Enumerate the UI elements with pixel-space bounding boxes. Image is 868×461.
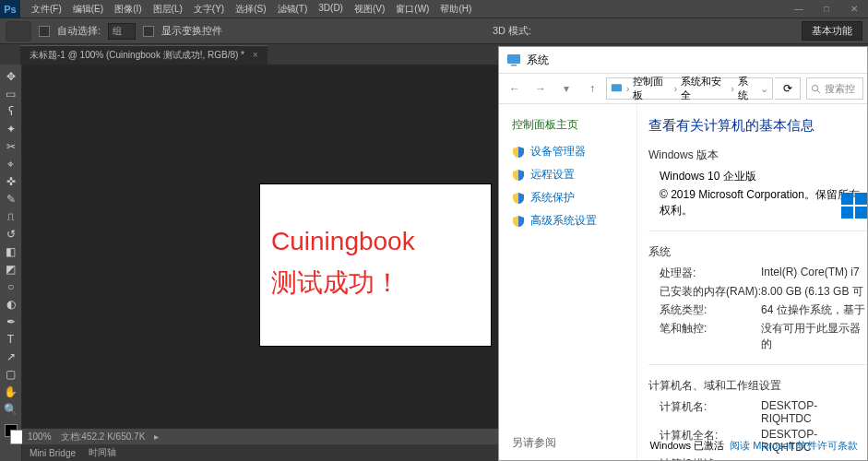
sidebar-device-manager[interactable]: 设备管理器 xyxy=(512,144,627,160)
tab-minibridge[interactable]: Mini Bridge xyxy=(30,448,76,458)
breadcrumb-2[interactable]: 系统和安全 xyxy=(681,75,727,102)
menu-select[interactable]: 选择(S) xyxy=(230,1,271,18)
gradient-tool[interactable]: ◩ xyxy=(2,261,20,278)
system-titlebar: 系统 xyxy=(499,47,867,73)
close-button[interactable]: ✕ xyxy=(840,0,868,18)
refresh-button[interactable]: ⟳ xyxy=(775,77,801,100)
sidebar-head[interactable]: 控制面板主页 xyxy=(512,117,627,133)
svg-point-3 xyxy=(812,85,817,90)
svg-rect-2 xyxy=(612,84,622,91)
autoselect-dropdown[interactable]: 组 xyxy=(108,23,136,40)
menu-type[interactable]: 文字(Y) xyxy=(188,1,230,18)
status-arrow-icon[interactable]: ▸ xyxy=(154,431,159,442)
row-computer-name: 计算机名:DESKTOP-RIQHTDC xyxy=(660,399,867,425)
menu-view[interactable]: 视图(V) xyxy=(349,1,390,18)
menu-help[interactable]: 帮助(H) xyxy=(434,1,477,18)
menu-3d[interactable]: 3D(D) xyxy=(313,1,349,18)
forward-button[interactable]: → xyxy=(529,77,553,100)
system-window: 系统 ← → ▾ ↑ › 控制面板 › 系统和安全 › 系统 ⌄ ⟳ 搜索控 控… xyxy=(498,46,868,461)
row-ram: 已安装的内存(RAM):8.00 GB (6.13 GB 可 xyxy=(660,284,867,300)
page-heading: 查看有关计算机的基本信息 xyxy=(648,117,867,135)
svg-rect-0 xyxy=(507,54,520,64)
ps-options-bar: 自动选择: 组 显示变换控件 3D 模式: 基本功能 xyxy=(0,18,868,44)
edition-name: Windows 10 企业版 xyxy=(660,169,867,184)
system-toolbar: ← → ▾ ↑ › 控制面板 › 系统和安全 › 系统 ⌄ ⟳ 搜索控 xyxy=(499,73,867,104)
menu-file[interactable]: 文件(F) xyxy=(26,1,67,18)
menu-filter[interactable]: 滤镜(T) xyxy=(272,1,314,18)
show-transform-checkbox[interactable] xyxy=(143,26,154,37)
crop-tool[interactable]: ✂ xyxy=(2,138,20,155)
system-icon xyxy=(506,53,521,67)
doc-size: 文档:452.2 K/650.7K xyxy=(61,431,146,443)
move-tool[interactable]: ✥ xyxy=(2,68,20,85)
svg-rect-7 xyxy=(841,207,853,219)
search-input[interactable]: 搜索控 xyxy=(806,77,863,100)
menu-layer[interactable]: 图层(L) xyxy=(148,1,188,18)
edition-head: Windows 版本 xyxy=(648,148,867,163)
tab-timeline[interactable]: 时间轴 xyxy=(89,446,116,459)
zoom-tool[interactable]: 🔍 xyxy=(2,401,20,418)
document-tab[interactable]: 未标题-1 @ 100% (Cuiningbook 测试成功!, RGB/8) … xyxy=(20,45,268,65)
brush-tool[interactable]: ✎ xyxy=(2,191,20,207)
eraser-tool[interactable]: ◧ xyxy=(2,243,20,260)
breadcrumb-3[interactable]: 系统 xyxy=(738,75,756,102)
move-tool-icon[interactable] xyxy=(6,21,31,41)
activation-status: Windows 已激活 阅读 Microsoft 软件许可条款 xyxy=(649,439,858,453)
menu-image[interactable]: 图像(I) xyxy=(109,1,147,18)
stamp-tool[interactable]: ⎍ xyxy=(2,208,20,225)
search-icon xyxy=(811,84,821,94)
ps-menubar: 文件(F) 编辑(E) 图像(I) 图层(L) 文字(Y) 选择(S) 滤镜(T… xyxy=(26,1,477,18)
system-sidebar: 控制面板主页 设备管理器 远程设置 系统保护 高级系统设置 另请参阅 xyxy=(499,104,637,460)
dodge-tool[interactable]: ◐ xyxy=(2,296,20,313)
svg-rect-6 xyxy=(855,193,867,205)
path-tool[interactable]: ↗ xyxy=(2,349,20,365)
eyedropper-tool[interactable]: ⌖ xyxy=(2,156,20,172)
workspace-switcher[interactable]: 基本功能 xyxy=(802,21,862,41)
document-canvas[interactable]: Cuiningbook 测试成功！ xyxy=(260,184,491,346)
autoselect-checkbox[interactable] xyxy=(39,26,50,37)
ps-logo: Ps xyxy=(0,0,20,18)
see-also-label: 另请参阅 xyxy=(512,435,556,451)
activation-text: Windows 已激活 xyxy=(649,440,724,451)
ps-window-buttons: ― □ ✕ xyxy=(785,0,868,18)
sidebar-remote-settings[interactable]: 远程设置 xyxy=(512,167,627,183)
system-title-text: 系统 xyxy=(527,53,549,68)
up-button[interactable]: ↑ xyxy=(580,77,604,100)
sidebar-system-protection[interactable]: 系统保护 xyxy=(512,190,627,206)
color-swatch[interactable] xyxy=(5,424,18,437)
document-tab-label: 未标题-1 @ 100% (Cuiningbook 测试成功!, RGB/8) … xyxy=(30,50,244,60)
menu-edit[interactable]: 编辑(E) xyxy=(67,1,109,18)
license-terms-link[interactable]: 阅读 Microsoft 软件许可条款 xyxy=(730,440,858,451)
close-tab-icon[interactable]: × xyxy=(253,50,258,60)
row-description: 计算机描述: xyxy=(660,456,867,460)
sidebar-advanced-settings[interactable]: 高级系统设置 xyxy=(512,213,627,229)
wand-tool[interactable]: ✦ xyxy=(2,121,20,137)
copyright: © 2019 Microsoft Corporation。保留所有权利。 xyxy=(660,187,867,219)
breadcrumb-1[interactable]: 控制面板 xyxy=(633,75,670,102)
zoom-level[interactable]: 100% xyxy=(28,431,52,442)
back-button[interactable]: ← xyxy=(503,77,527,100)
pen-tool[interactable]: ✒ xyxy=(2,313,20,330)
minimize-button[interactable]: ― xyxy=(785,0,813,18)
recent-dropdown-icon[interactable]: ▾ xyxy=(554,77,578,100)
type-tool[interactable]: T xyxy=(2,331,20,348)
history-brush-tool[interactable]: ↺ xyxy=(2,226,20,242)
section-system: 系统 处理器:Intel(R) Core(TM) i7 已安装的内存(RAM):… xyxy=(648,244,867,365)
svg-line-4 xyxy=(817,90,820,93)
system-body: 控制面板主页 设备管理器 远程设置 系统保护 高级系统设置 另请参阅 查看有关计… xyxy=(499,104,867,460)
shield-icon xyxy=(512,146,525,159)
heal-tool[interactable]: ✜ xyxy=(2,173,20,190)
windows-logo-icon xyxy=(841,193,867,219)
hand-tool[interactable]: ✋ xyxy=(2,384,20,400)
blur-tool[interactable]: ○ xyxy=(2,278,20,295)
shape-tool[interactable]: ▢ xyxy=(2,366,20,383)
menu-window[interactable]: 窗口(W) xyxy=(390,1,434,18)
lasso-tool[interactable]: ʕ xyxy=(2,103,20,120)
maximize-button[interactable]: □ xyxy=(813,0,840,18)
mode3d-label: 3D 模式: xyxy=(493,24,531,38)
address-bar[interactable]: › 控制面板 › 系统和安全 › 系统 ⌄ xyxy=(606,77,773,100)
system-content: 查看有关计算机的基本信息 Windows 版本 Windows 10 企业版 ©… xyxy=(637,104,867,460)
svg-rect-5 xyxy=(841,193,853,205)
marquee-tool[interactable]: ▭ xyxy=(2,86,20,102)
svg-rect-1 xyxy=(511,65,517,66)
